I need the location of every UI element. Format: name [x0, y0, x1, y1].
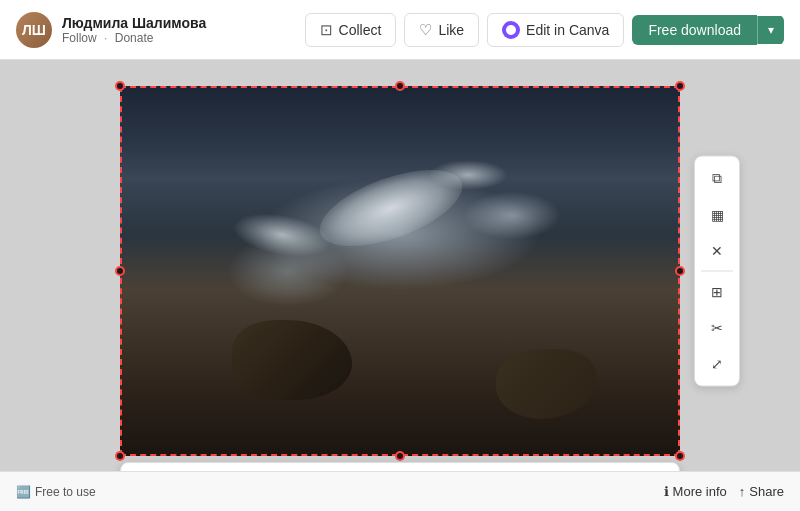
side-toolbar: ⧉ ▦ ✕ ⊞ ✂ ⤢	[694, 155, 740, 386]
main-image[interactable]	[120, 86, 680, 456]
header-buttons: ⊡ Collect ♡ Like Edit in Canva Free down…	[305, 13, 784, 47]
ocean-visual	[120, 86, 680, 456]
grid-button[interactable]: ▦	[701, 198, 733, 230]
add-frame-button[interactable]: ⊞	[701, 275, 733, 307]
collect-button[interactable]: ⊡ Collect	[305, 13, 397, 47]
edit-canva-button[interactable]: Edit in Canva	[487, 13, 624, 47]
main-area: ↖ ✏ ▾ T ✦ ? ⬜ ⬤	[0, 60, 800, 511]
canva-icon	[502, 21, 520, 39]
crop-button[interactable]: ✂	[701, 311, 733, 343]
download-label: Free download	[648, 22, 741, 38]
download-arrow-button[interactable]: ▾	[757, 16, 784, 44]
crop-icon: ✂	[711, 319, 723, 335]
share-icon: ↑	[739, 484, 746, 499]
edit-canva-label: Edit in Canva	[526, 22, 609, 38]
add-frame-icon: ⊞	[711, 283, 723, 299]
handle-top-right[interactable]	[675, 81, 685, 91]
user-text: Людмила Шалимова Follow · Donate	[62, 15, 206, 45]
collect-label: Collect	[339, 22, 382, 38]
side-divider	[701, 270, 733, 271]
copy-frame-button[interactable]: ⧉	[701, 162, 733, 194]
chevron-down-icon: ▾	[768, 23, 774, 37]
handle-middle-left[interactable]	[115, 266, 125, 276]
more-info-link[interactable]: ℹ More info	[664, 484, 727, 499]
donate-link[interactable]: Donate	[115, 31, 154, 45]
avatar: ЛШ	[16, 12, 52, 48]
like-label: Like	[438, 22, 464, 38]
handle-bottom-center[interactable]	[395, 451, 405, 461]
share-label: Share	[749, 484, 784, 499]
free-badge: 🆓 Free to use	[16, 485, 96, 499]
fullscreen-icon: ⤢	[711, 355, 723, 371]
bottom-right-links: ℹ More info ↑ Share	[664, 484, 784, 499]
dot-separator: ·	[104, 31, 107, 45]
free-label: Free to use	[35, 485, 96, 499]
fullscreen-button[interactable]: ⤢	[701, 347, 733, 379]
handle-top-left[interactable]	[115, 81, 125, 91]
handle-middle-right[interactable]	[675, 266, 685, 276]
copy-frame-icon: ⧉	[712, 170, 722, 187]
download-button[interactable]: Free download	[632, 15, 757, 45]
share-link[interactable]: ↑ Share	[739, 484, 784, 499]
handle-top-center[interactable]	[395, 81, 405, 91]
user-info: ЛШ Людмила Шалимова Follow · Donate	[16, 12, 206, 48]
info-icon: ℹ	[664, 484, 669, 499]
user-name: Людмила Шалимова	[62, 15, 206, 31]
more-info-label: More info	[673, 484, 727, 499]
handle-bottom-left[interactable]	[115, 451, 125, 461]
image-container: ↖ ✏ ▾ T ✦ ? ⬜ ⬤	[120, 86, 680, 456]
canva-inner	[506, 25, 516, 35]
download-btn-group: Free download ▾	[632, 15, 784, 45]
grid-icon: ▦	[711, 206, 724, 222]
like-button[interactable]: ♡ Like	[404, 13, 479, 47]
foam-3	[428, 160, 508, 190]
bottom-bar: 🆓 Free to use ℹ More info ↑ Share	[0, 471, 800, 511]
close-icon: ✕	[711, 242, 723, 258]
heart-icon: ♡	[419, 21, 432, 39]
follow-link[interactable]: Follow	[62, 31, 97, 45]
close-overlay-button[interactable]: ✕	[701, 234, 733, 266]
handle-bottom-right[interactable]	[675, 451, 685, 461]
free-icon: 🆓	[16, 485, 31, 499]
header: ЛШ Людмила Шалимова Follow · Donate ⊡ Co…	[0, 0, 800, 60]
user-actions: Follow · Donate	[62, 31, 206, 45]
collect-icon: ⊡	[320, 21, 333, 39]
